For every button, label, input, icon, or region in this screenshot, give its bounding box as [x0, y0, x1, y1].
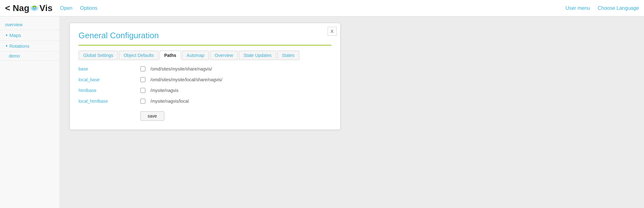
maps-arrow-icon: ▼ — [5, 34, 8, 37]
value-htmlbase: /mysite/nagvis — [150, 88, 232, 93]
value-base: /omd/sites/mysite/share/nagvis/ — [150, 66, 232, 71]
tab-paths[interactable]: Paths — [160, 51, 181, 60]
form-rows: base /omd/sites/mysite/share/nagvis/ loc… — [79, 66, 331, 104]
checkbox-base[interactable] — [140, 66, 145, 71]
tab-overview[interactable]: Overview — [210, 51, 238, 60]
checkbox-local-htmlbase[interactable] — [140, 99, 145, 104]
label-base[interactable]: base — [79, 66, 135, 71]
checkbox-htmlbase[interactable] — [140, 88, 145, 93]
nav-links: Open Options — [60, 5, 565, 11]
tab-global-settings[interactable]: Global Settings — [79, 51, 118, 60]
form-row-htmlbase: htmlbase /mysite/nagvis — [79, 88, 331, 93]
nav-right: User menu Choose Language — [565, 5, 639, 11]
label-local-htmlbase[interactable]: local_htmlbase — [79, 99, 135, 104]
tab-states[interactable]: States — [277, 51, 299, 60]
sidebar-item-demo[interactable]: demo — [0, 52, 60, 61]
value-local-htmlbase: /mysite/nagvis/local — [150, 99, 232, 104]
config-panel: X General Configuration Global Settings … — [69, 23, 341, 130]
navbar: < Nag Vis Open Options User menu Choose … — [0, 0, 644, 16]
sidebar-overview[interactable]: overview — [0, 20, 60, 30]
sidebar-section-maps[interactable]: ▼ Maps — [0, 30, 60, 41]
sidebar-section-rotations[interactable]: ▼ Rotations — [0, 41, 60, 52]
value-local-base: /omd/sites/mysite/local/share/nagvis/ — [150, 77, 232, 82]
logo[interactable]: < Nag Vis — [5, 3, 53, 13]
tab-object-defaults[interactable]: Object Defaults — [119, 51, 159, 60]
sidebar: overview ▼ Maps ▼ Rotations demo — [0, 16, 60, 208]
tabs: Global Settings Object Defaults Paths Au… — [79, 51, 331, 60]
choose-language-link[interactable]: Choose Language — [598, 5, 639, 11]
panel-divider — [79, 45, 331, 46]
panel-close-button[interactable]: X — [328, 27, 337, 36]
nav-options[interactable]: Options — [80, 5, 97, 11]
logo-icon — [29, 3, 39, 13]
svg-point-4 — [34, 7, 35, 9]
main-content: X General Configuration Global Settings … — [60, 16, 644, 208]
logo-text-before: < Nag — [5, 3, 29, 13]
save-button[interactable]: save — [140, 111, 164, 121]
form-row-local-htmlbase: local_htmlbase /mysite/nagvis/local — [79, 99, 331, 104]
form-row-local-base: local_base /omd/sites/mysite/local/share… — [79, 77, 331, 82]
sidebar-rotations-label: Rotations — [9, 43, 29, 49]
rotations-arrow-icon: ▼ — [5, 44, 8, 48]
nav-open[interactable]: Open — [60, 5, 73, 11]
label-htmlbase[interactable]: htmlbase — [79, 88, 135, 93]
sidebar-maps-label: Maps — [9, 33, 21, 38]
tab-automap[interactable]: Automap — [182, 51, 209, 60]
tab-state-updates[interactable]: State Updates — [239, 51, 276, 60]
logo-text-after: Vis — [39, 3, 53, 13]
form-row-base: base /omd/sites/mysite/share/nagvis/ — [79, 66, 331, 71]
save-button-wrap: save — [140, 111, 331, 121]
user-menu-link[interactable]: User menu — [565, 5, 590, 11]
checkbox-local-base[interactable] — [140, 77, 145, 82]
panel-title: General Configuration — [79, 31, 331, 40]
label-local-base[interactable]: local_base — [79, 77, 135, 82]
layout: overview ▼ Maps ▼ Rotations demo X Gener… — [0, 16, 644, 208]
